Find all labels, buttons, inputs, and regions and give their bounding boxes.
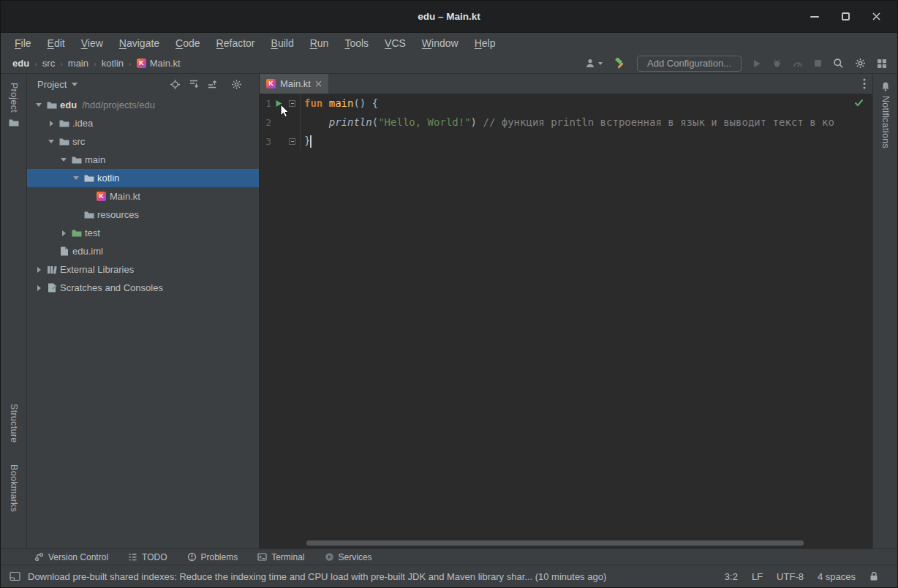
tool-problems[interactable]: Problems [187, 552, 238, 562]
chevron-right-icon[interactable] [33, 285, 45, 291]
minimize-button[interactable] [808, 10, 821, 23]
tool-stripe-structure[interactable]: Structure [9, 404, 19, 442]
tree-item-edu[interactable]: edu /hdd/projects/edu [27, 96, 259, 114]
hammer-icon [614, 58, 626, 69]
run-button[interactable] [752, 59, 761, 68]
tree-item-mainkt[interactable]: K Main.kt [27, 187, 259, 206]
tree-label: Scratches and Consoles [60, 282, 163, 293]
folder-icon [45, 101, 59, 110]
menu-navigate[interactable]: Navigate [111, 37, 167, 49]
indent-widget[interactable]: 4 spaces [818, 571, 856, 582]
tree-item-resources[interactable]: resources [27, 206, 259, 224]
breadcrumb-src[interactable]: src [42, 58, 55, 69]
right-tool-stripe: Notifications [872, 74, 897, 549]
chevron-down-icon[interactable] [45, 140, 57, 143]
terminal-icon [257, 552, 267, 562]
tab-mainkt[interactable]: K Main.kt [260, 74, 328, 94]
chevron-right-icon[interactable] [45, 121, 57, 127]
chevron-down-icon[interactable] [33, 103, 45, 107]
window-layout-button[interactable] [877, 59, 887, 69]
project-panel-title[interactable]: Project [37, 79, 67, 90]
tool-window-switcher-icon[interactable] [10, 571, 20, 581]
tool-version-control[interactable]: Version Control [34, 552, 108, 562]
close-button[interactable] [869, 10, 883, 23]
expand-all-button[interactable] [189, 79, 199, 89]
bottom-tool-bar: Version Control TODO Problems Terminal S… [1, 549, 897, 565]
menu-code[interactable]: Code [167, 37, 208, 49]
encoding-widget[interactable]: UTF-8 [777, 571, 804, 582]
fold-toggle[interactable] [287, 138, 298, 145]
inspections-ok-widget[interactable] [854, 99, 864, 107]
user-menu-button[interactable] [585, 58, 603, 69]
code-line: 3 } [260, 132, 872, 151]
chevron-down-icon[interactable] [70, 176, 82, 180]
breadcrumb-main[interactable]: main [68, 58, 88, 69]
chevron-down-icon[interactable] [72, 83, 78, 86]
horizontal-scrollbar[interactable] [306, 540, 804, 546]
play-icon [752, 59, 761, 68]
tree-item-external-libraries[interactable]: External Libraries [27, 260, 259, 279]
breadcrumb-separator: › [94, 59, 97, 68]
chevron-right-icon[interactable] [58, 230, 69, 236]
line-separator-widget[interactable]: LF [752, 571, 763, 582]
editor-options-button[interactable] [863, 74, 872, 94]
breadcrumb-kotlin[interactable]: kotlin [102, 58, 124, 69]
build-project-button[interactable] [614, 58, 626, 69]
kotlin-file-icon: K [266, 79, 276, 88]
menu-view[interactable]: View [73, 37, 111, 49]
collapse-all-button[interactable] [207, 79, 217, 89]
tool-services[interactable]: Services [325, 552, 372, 562]
search-everywhere-button[interactable] [833, 58, 844, 69]
debug-button[interactable] [772, 59, 782, 68]
locate-icon [170, 79, 181, 90]
menu-refactor[interactable]: Refactor [208, 37, 263, 49]
settings-button[interactable] [855, 58, 866, 69]
tree-item-scratches[interactable]: Scratches and Consoles [27, 279, 259, 297]
tree-item-idea[interactable]: .idea [27, 114, 259, 132]
tool-stripe-bookmarks[interactable]: Bookmarks [9, 464, 19, 512]
tool-stripe-notifications[interactable]: Notifications [880, 96, 891, 148]
tree-item-eduiml[interactable]: edu.iml [27, 242, 259, 260]
chevron-right-icon[interactable] [33, 267, 45, 273]
chevron-down-icon[interactable] [58, 158, 69, 162]
tab-close-icon[interactable] [315, 80, 322, 87]
tool-terminal[interactable]: Terminal [257, 552, 304, 562]
menu-window[interactable]: Window [414, 37, 467, 49]
tree-label: External Libraries [60, 264, 134, 275]
menu-build[interactable]: Build [263, 37, 302, 49]
tree-label: edu [60, 99, 77, 110]
tree-item-kotlin[interactable]: kotlin [27, 169, 259, 187]
stop-button[interactable] [814, 59, 822, 67]
services-icon [325, 552, 334, 562]
project-tool-icon[interactable] [9, 118, 19, 127]
menu-edit[interactable]: Edit [39, 37, 73, 49]
tool-todo[interactable]: TODO [128, 552, 167, 562]
caret-position-widget[interactable]: 3:2 [725, 571, 738, 582]
menu-help[interactable]: Help [467, 37, 504, 49]
menu-run[interactable]: Run [302, 37, 337, 49]
panel-settings-button[interactable] [231, 79, 242, 90]
menu-tools[interactable]: Tools [336, 37, 377, 49]
menu-bar: File Edit View Navigate Code Refactor Bu… [1, 33, 897, 53]
profiler-button[interactable] [793, 59, 803, 68]
maximize-button[interactable] [839, 10, 852, 23]
status-bar: Download pre-built shared indexes: Reduc… [1, 565, 897, 587]
status-message[interactable]: Download pre-built shared indexes: Reduc… [28, 571, 717, 582]
readonly-lock-icon[interactable] [869, 571, 878, 581]
menu-vcs[interactable]: VCS [377, 37, 414, 49]
tree-item-src[interactable]: src [27, 132, 259, 151]
tree-item-main[interactable]: main [27, 151, 259, 169]
tree-item-test[interactable]: test [27, 224, 259, 242]
code-editor[interactable]: 1 fun main() { 2 println("Hello, World!"… [260, 94, 872, 549]
breadcrumb-edu[interactable]: edu [12, 58, 29, 69]
stop-icon [814, 59, 822, 67]
code-text: } [301, 135, 312, 148]
menu-file[interactable]: File [7, 37, 39, 49]
breadcrumb-mainkt[interactable]: K Main.kt [137, 58, 181, 69]
tool-stripe-project[interactable]: Project [9, 83, 19, 113]
notifications-bell-icon[interactable] [880, 81, 891, 91]
select-opened-file-button[interactable] [170, 79, 181, 90]
profiler-icon [793, 59, 803, 68]
breadcrumb-file-label: Main.kt [150, 58, 181, 69]
add-configuration-button[interactable]: Add Configuration... [637, 56, 742, 72]
